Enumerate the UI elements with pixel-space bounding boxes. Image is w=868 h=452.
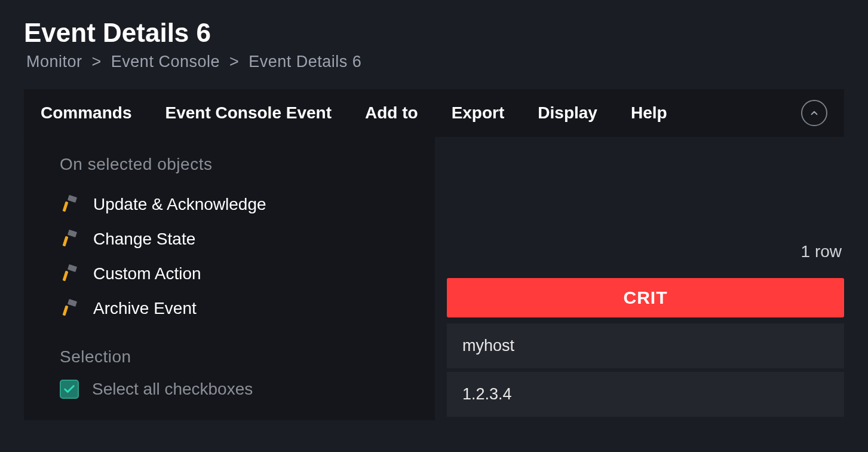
row-count: 1 row	[447, 233, 844, 278]
select-all-label: Select all checkboxes	[92, 380, 253, 399]
cmd-custom-action[interactable]: Custom Action	[60, 256, 411, 291]
section-label-selection: Selection	[60, 347, 411, 367]
cmd-label: Archive Event	[93, 299, 197, 318]
page-title: Event Details 6	[24, 18, 844, 48]
menu-display[interactable]: Display	[538, 103, 597, 123]
chevron-up-icon	[809, 108, 820, 118]
hammer-icon	[60, 298, 80, 319]
svg-rect-7	[62, 306, 68, 316]
hammer-icon	[60, 229, 80, 249]
cmd-label: Update & Acknowledge	[93, 195, 266, 214]
cmd-label: Change State	[93, 230, 195, 249]
menu-add-to[interactable]: Add to	[365, 103, 418, 123]
menu-commands[interactable]: Commands	[41, 103, 131, 123]
svg-rect-0	[68, 195, 77, 203]
detail-ip: 1.2.3.4	[447, 372, 844, 417]
cmd-archive-event[interactable]: Archive Event	[60, 291, 411, 326]
command-list: Update & Acknowledge Change State	[60, 187, 411, 326]
svg-rect-3	[62, 236, 68, 247]
svg-rect-4	[68, 264, 77, 272]
menu-bar: Commands Event Console Event Add to Expo…	[24, 89, 844, 137]
collapse-button[interactable]	[801, 100, 827, 126]
breadcrumb-item[interactable]: Event Details 6	[249, 53, 361, 71]
breadcrumb: Monitor > Event Console > Event Details …	[24, 53, 844, 71]
page-header: Event Details 6 Monitor > Event Console …	[24, 18, 844, 71]
menu-help[interactable]: Help	[631, 103, 667, 123]
checkbox-checked-icon	[60, 380, 79, 399]
breadcrumb-separator: >	[92, 53, 102, 71]
svg-rect-1	[62, 201, 68, 212]
hammer-icon	[60, 264, 80, 284]
breadcrumb-separator: >	[229, 53, 239, 71]
status-badge: CRIT	[447, 278, 844, 317]
detail-host: myhost	[447, 323, 844, 368]
menu-export[interactable]: Export	[452, 103, 505, 123]
svg-rect-5	[62, 271, 68, 282]
content-row: On selected objects Update & Acknowledge	[24, 137, 844, 420]
menu-bar-container: Commands Event Console Event Add to Expo…	[24, 89, 844, 137]
svg-rect-6	[68, 299, 77, 307]
menu-event-console-event[interactable]: Event Console Event	[165, 103, 332, 123]
svg-rect-2	[68, 230, 77, 237]
breadcrumb-item[interactable]: Event Console	[111, 53, 220, 71]
commands-dropdown-panel: On selected objects Update & Acknowledge	[24, 137, 435, 420]
select-all-checkboxes[interactable]: Select all checkboxes	[60, 380, 411, 399]
breadcrumb-item[interactable]: Monitor	[26, 53, 82, 71]
hammer-icon	[60, 194, 80, 215]
cmd-update-acknowledge[interactable]: Update & Acknowledge	[60, 187, 411, 222]
cmd-label: Custom Action	[93, 264, 201, 283]
detail-panel: 1 row CRIT myhost 1.2.3.4	[435, 137, 844, 420]
cmd-change-state[interactable]: Change State	[60, 222, 411, 256]
section-label-objects: On selected objects	[60, 155, 411, 174]
